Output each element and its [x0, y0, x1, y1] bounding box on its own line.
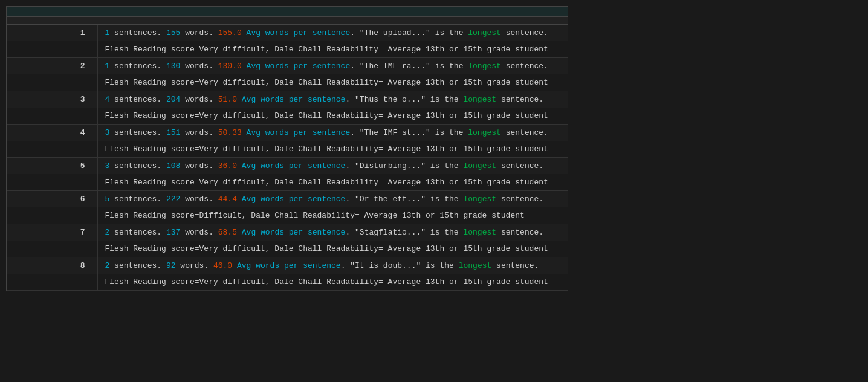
paragraph-number: 7: [7, 224, 97, 241]
flesh-row: Flesh Reading score=Very difficult, Dale…: [7, 141, 568, 158]
table-row: 72 sentences. 137 words. 68.5 Avg words …: [7, 224, 568, 241]
column-header-row: [7, 17, 568, 25]
table-title-row: [7, 7, 568, 17]
avg-label: Avg words per sentence: [237, 228, 345, 237]
flesh-num-cell: [7, 108, 97, 125]
word-count: 151: [166, 128, 180, 137]
longest-label: longest: [468, 28, 501, 37]
avg-words: 50.33: [218, 128, 242, 137]
paragraph-number: 1: [7, 25, 97, 42]
longest-label: longest: [468, 128, 501, 137]
paragraph-number: 4: [7, 125, 97, 141]
avg-words: 130.0: [218, 62, 242, 71]
flesh-num-cell: [7, 207, 97, 224]
flesh-score: Flesh Reading score=Very difficult, Dale…: [97, 174, 568, 191]
flesh-score: Flesh Reading score=Very difficult, Dale…: [97, 108, 568, 125]
flesh-row: Flesh Reading score=Very difficult, Dale…: [7, 241, 568, 257]
paragraph-stats-content: 2 sentences. 137 words. 68.5 Avg words p…: [97, 224, 568, 241]
avg-label: Avg words per sentence: [237, 95, 345, 104]
avg-label: Avg words per sentence: [237, 161, 345, 170]
word-count: 204: [166, 95, 180, 104]
paragraph-number: 3: [7, 91, 97, 108]
paragraph-num-header: [7, 17, 97, 25]
table-row: 11 sentences. 155 words. 155.0 Avg words…: [7, 25, 568, 42]
table-row: 34 sentences. 204 words. 51.0 Avg words …: [7, 91, 568, 108]
flesh-score: Flesh Reading score=Very difficult, Dale…: [97, 241, 568, 257]
flesh-score: Flesh Reading score=Very difficult, Dale…: [97, 41, 568, 58]
avg-label: Avg words per sentence: [242, 28, 350, 37]
avg-words: 36.0: [218, 161, 237, 170]
flesh-num-cell: [7, 174, 97, 191]
paragraph-stats-content: 3 sentences. 108 words. 36.0 Avg words p…: [97, 158, 568, 175]
paragraph-number: 8: [7, 257, 97, 274]
flesh-row: Flesh Reading score=Very difficult, Dale…: [7, 274, 568, 291]
flesh-score: Flesh Reading score=Very difficult, Dale…: [97, 274, 568, 291]
avg-label: Avg words per sentence: [237, 195, 345, 204]
avg-words: 68.5: [218, 228, 237, 237]
table-row: 21 sentences. 130 words. 130.0 Avg words…: [7, 58, 568, 75]
avg-label: Avg words per sentence: [242, 128, 350, 137]
paragraph-stats-content: 3 sentences. 151 words. 50.33 Avg words …: [97, 125, 568, 141]
flesh-num-cell: [7, 141, 97, 158]
flesh-row: Flesh Reading score=Very difficult, Dale…: [7, 108, 568, 125]
table-row: 65 sentences. 222 words. 44.4 Avg words …: [7, 191, 568, 208]
flesh-num-cell: [7, 274, 97, 291]
longest-label: longest: [463, 95, 496, 104]
longest-label: longest: [463, 161, 496, 170]
word-count: 92: [166, 261, 176, 270]
paragraph-stats-container: 11 sentences. 155 words. 155.0 Avg words…: [6, 6, 568, 291]
table-row: 53 sentences. 108 words. 36.0 Avg words …: [7, 158, 568, 175]
word-count: 222: [166, 195, 180, 204]
longest-label: longest: [468, 62, 501, 71]
flesh-score: Flesh Reading score=Very difficult, Dale…: [97, 141, 568, 158]
table-row: 82 sentences. 92 words. 46.0 Avg words p…: [7, 257, 568, 274]
longest-label: longest: [463, 228, 496, 237]
paragraph-stats-content: 1 sentences. 155 words. 155.0 Avg words …: [97, 25, 568, 42]
table-title: [7, 7, 568, 17]
avg-words: 44.4: [218, 195, 237, 204]
word-count: 137: [166, 228, 180, 237]
paragraph-number: 5: [7, 158, 97, 175]
table-row: 43 sentences. 151 words. 50.33 Avg words…: [7, 125, 568, 141]
flesh-score: Flesh Reading score=Very difficult, Dale…: [97, 74, 568, 91]
word-count: 108: [166, 161, 180, 170]
avg-words: 46.0: [213, 261, 232, 270]
flesh-num-cell: [7, 241, 97, 257]
paragraph-stats-content: 2 sentences. 92 words. 46.0 Avg words pe…: [97, 257, 568, 274]
table-body: 11 sentences. 155 words. 155.0 Avg words…: [7, 25, 568, 291]
flesh-row: Flesh Reading score=Very difficult, Dale…: [7, 74, 568, 91]
flesh-num-cell: [7, 74, 97, 91]
longest-label: longest: [463, 195, 496, 204]
paragraph-stats-content: 5 sentences. 222 words. 44.4 Avg words p…: [97, 191, 568, 208]
avg-label: Avg words per sentence: [232, 261, 340, 270]
avg-label: Avg words per sentence: [242, 62, 350, 71]
paragraph-number: 2: [7, 58, 97, 75]
avg-words: 155.0: [218, 28, 242, 37]
paragraph-stats-content: 4 sentences. 204 words. 51.0 Avg words p…: [97, 91, 568, 108]
content-header: [97, 17, 568, 25]
flesh-score: Flesh Reading score=Difficult, Dale Chal…: [97, 207, 568, 224]
word-count: 130: [166, 62, 180, 71]
flesh-row: Flesh Reading score=Very difficult, Dale…: [7, 41, 568, 58]
paragraph-stats-table: 11 sentences. 155 words. 155.0 Avg words…: [7, 7, 568, 291]
flesh-row: Flesh Reading score=Very difficult, Dale…: [7, 174, 568, 191]
avg-words: 51.0: [218, 95, 237, 104]
paragraph-stats-content: 1 sentences. 130 words. 130.0 Avg words …: [97, 58, 568, 75]
word-count: 155: [166, 28, 180, 37]
paragraph-number: 6: [7, 191, 97, 208]
longest-label: longest: [459, 261, 492, 270]
flesh-num-cell: [7, 41, 97, 58]
flesh-row: Flesh Reading score=Difficult, Dale Chal…: [7, 207, 568, 224]
